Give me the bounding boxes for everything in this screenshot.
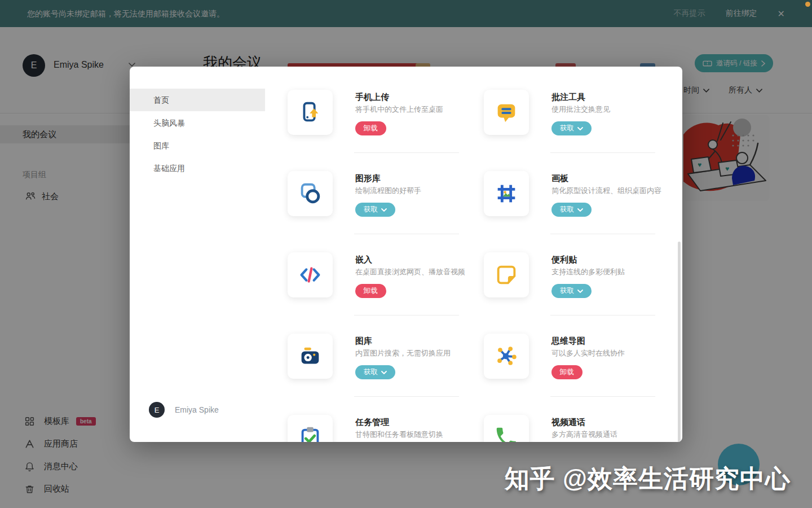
chevron-down-icon xyxy=(577,127,583,130)
shapes-icon xyxy=(288,171,333,216)
embed-icon xyxy=(288,252,333,297)
uninstall-button[interactable]: 卸载 xyxy=(355,121,386,135)
app-desc: 多方高清音视频通话 xyxy=(551,430,617,440)
divider xyxy=(550,152,655,153)
app-desc: 可以多人实时在线协作 xyxy=(551,348,625,358)
app-desc: 将手机中的文件上传至桌面 xyxy=(355,104,443,115)
app-window: 您的账号尚未绑定邮箱，将无法使用邮箱接收会议邀请。 不再提示 前往绑定 ✕ E … xyxy=(0,0,812,508)
divider xyxy=(354,152,459,153)
app-card-embed: 嵌入 在桌面直接浏览网页、播放音视频 卸载 xyxy=(288,252,485,334)
app-card-image-gallery: 图库 内置图片搜索，无需切换应用 获取 xyxy=(288,334,485,415)
watermark-brand: 知乎 xyxy=(505,465,555,492)
modal-nav-gallery[interactable]: 图库 xyxy=(130,134,265,157)
app-card-comment-tool: 批注工具 使用批注交换意见 获取 xyxy=(484,90,681,171)
app-name: 图库 xyxy=(355,336,372,347)
modal-nav-basic-apps[interactable]: 基础应用 xyxy=(130,157,265,179)
modal-nav-brainstorm[interactable]: 头脑风暴 xyxy=(130,112,265,134)
chevron-down-icon xyxy=(381,371,387,374)
frame-icon xyxy=(484,171,529,216)
app-name: 画板 xyxy=(551,173,568,184)
get-button[interactable]: 获取 xyxy=(551,284,592,298)
app-name: 嵌入 xyxy=(355,255,372,265)
watermark: 知乎 @效率生活研究中心 xyxy=(505,462,791,496)
chevron-down-icon xyxy=(577,208,583,212)
app-card-mindmap: 思维导图 可以多人实时在线协作 卸载 xyxy=(484,334,681,415)
recording-dot-icon xyxy=(805,2,810,7)
modal-nav: 首页 头脑风暴 图库 基础应用 xyxy=(130,67,265,442)
watermark-handle: @效率生活研究中心 xyxy=(563,465,791,492)
app-card-task-manager: 任务管理 甘特图和任务看板随意切换 xyxy=(288,415,485,442)
phone-upload-icon xyxy=(288,90,333,135)
app-desc: 使用批注交换意见 xyxy=(551,104,610,115)
modal-user: E Emiya Spike xyxy=(149,402,219,418)
avatar: E xyxy=(149,402,165,418)
app-desc: 简化原型设计流程、组织桌面内容 xyxy=(551,186,661,196)
app-card-sticky-note: 便利贴 支持连线的多彩便利贴 获取 xyxy=(484,252,681,334)
camera-icon xyxy=(288,334,333,379)
app-card-canvas: 画板 简化原型设计流程、组织桌面内容 获取 xyxy=(484,171,681,252)
divider xyxy=(354,396,459,397)
app-desc: 绘制流程图的好帮手 xyxy=(355,186,421,196)
app-card-shape-library: 图形库 绘制流程图的好帮手 获取 xyxy=(288,171,485,252)
divider xyxy=(354,234,459,234)
app-name: 便利贴 xyxy=(551,255,577,265)
phone-call-icon xyxy=(484,415,529,442)
app-desc: 内置图片搜索，无需切换应用 xyxy=(355,348,451,358)
divider xyxy=(550,396,655,397)
app-card-phone-upload: 手机上传 将手机中的文件上传至桌面 卸载 xyxy=(288,90,485,171)
modal-user-name: Emiya Spike xyxy=(175,405,219,414)
app-name: 视频通话 xyxy=(551,417,585,428)
app-name: 思维导图 xyxy=(551,336,585,347)
get-button[interactable]: 获取 xyxy=(551,121,592,135)
app-name: 批注工具 xyxy=(551,92,585,103)
get-button[interactable]: 获取 xyxy=(355,365,395,379)
app-card-video-call: 视频通话 多方高清音视频通话 xyxy=(484,415,681,442)
mindmap-icon xyxy=(484,334,529,379)
comment-icon xyxy=(484,90,529,135)
app-store-modal: 首页 头脑风暴 图库 基础应用 E Emiya Spike 手机上传 将手机中的… xyxy=(130,67,682,442)
get-button[interactable]: 获取 xyxy=(355,203,395,217)
clipboard-icon xyxy=(288,415,333,442)
app-name: 任务管理 xyxy=(355,417,389,428)
app-name: 手机上传 xyxy=(355,92,389,103)
uninstall-button[interactable]: 卸载 xyxy=(355,284,386,298)
scrollbar-thumb[interactable] xyxy=(678,242,681,442)
divider xyxy=(550,234,655,234)
app-desc: 支持连线的多彩便利贴 xyxy=(551,267,625,277)
app-desc: 甘特图和任务看板随意切换 xyxy=(355,430,443,440)
app-name: 图形库 xyxy=(355,173,381,184)
uninstall-button[interactable]: 卸载 xyxy=(551,365,582,379)
modal-nav-home[interactable]: 首页 xyxy=(130,89,265,111)
divider xyxy=(550,315,655,316)
chevron-down-icon xyxy=(577,290,583,293)
get-button[interactable]: 获取 xyxy=(551,203,592,217)
chevron-down-icon xyxy=(381,208,387,212)
divider xyxy=(354,315,459,316)
app-desc: 在桌面直接浏览网页、播放音视频 xyxy=(355,267,465,277)
sticky-note-icon xyxy=(484,252,529,297)
